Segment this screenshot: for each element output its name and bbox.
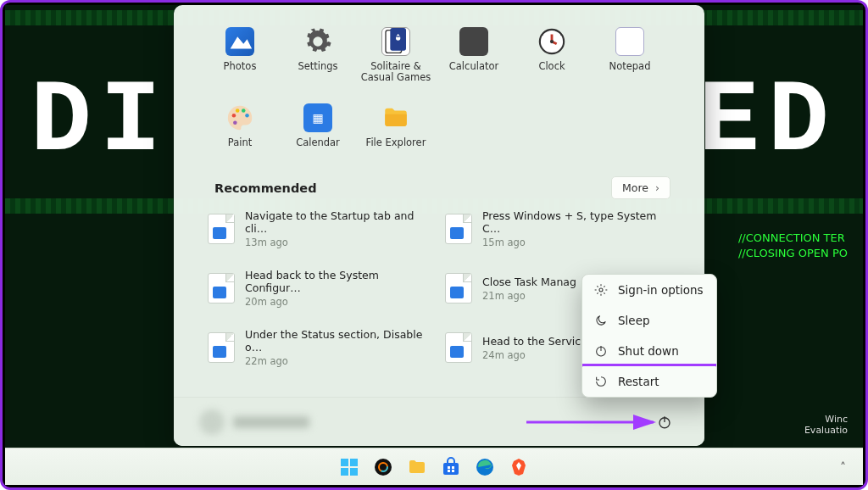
notepad-icon [615,27,644,56]
wallpaper-text-left: DI [31,64,170,180]
pinned-section: Photos Settings Solitaire & Casual Games… [174,5,704,171]
photos-icon [225,27,254,56]
user-account-button[interactable] [199,409,309,435]
recommended-title: Recommended [214,181,317,195]
rec-title: Press Windows + S, type System C… [482,209,670,235]
rec-time: 22m ago [245,355,433,367]
rec-time: 20m ago [245,296,433,308]
wallpaper-line2: //CLOSING OPEN PO [738,246,848,261]
app-clock[interactable]: Clock [513,22,591,95]
solitaire-icon [381,27,410,56]
activation-watermark: Winc Evaluatio [804,414,848,436]
rec-title: Navigate to the Startup tab and cli… [245,209,433,235]
svg-point-12 [599,288,603,292]
shutdown-item[interactable]: Shut down [582,336,716,366]
app-label: Calendar [296,137,340,148]
paint-icon [225,103,254,132]
rec-title: Under the Status section, Disable o… [245,328,433,354]
app-notepad[interactable]: Notepad [591,22,669,95]
taskbar-explorer-button[interactable] [404,454,430,480]
taskbar-store-button[interactable] [438,454,464,480]
recommended-item[interactable]: Under the Status section, Disable o…22m … [206,326,435,369]
app-label: Calculator [449,61,498,72]
recommended-item[interactable]: Head back to the System Configur…20m ago [206,267,435,309]
svg-point-9 [233,120,237,125]
signin-options-item[interactable]: Sign-in options [582,275,716,305]
svg-point-7 [242,109,246,113]
svg-rect-18 [341,468,348,476]
avatar [199,409,225,435]
app-label: Clock [538,61,565,72]
app-calendar[interactable]: ▦ Calendar [279,98,357,171]
power-icon [657,415,672,430]
rec-time: 24m ago [482,349,581,361]
moon-icon [594,314,608,327]
svg-rect-25 [452,466,454,469]
menu-label: Sign-in options [618,283,704,297]
app-label: Solitaire & Casual Games [360,61,431,83]
restart-item[interactable]: Restart [581,364,717,398]
more-button[interactable]: More › [611,176,670,199]
taskbar-brave-button[interactable] [506,454,531,480]
svg-rect-26 [448,470,450,472]
rec-time: 21m ago [482,290,576,302]
app-label: File Explorer [366,137,426,148]
app-settings[interactable]: Settings [279,22,357,95]
wallpaper-console-text: //CONNECTION TER //CLOSING OPEN PO [738,231,848,261]
app-label: Photos [224,61,257,72]
recommended-item[interactable]: Press Windows + S, type System C…15m ago [443,208,672,250]
user-name-blurred [233,416,309,428]
svg-marker-0 [231,36,253,48]
app-label: Settings [298,61,337,72]
app-label: Paint [228,137,252,148]
calendar-icon: ▦ [303,103,332,132]
sleep-item[interactable]: Sleep [582,305,716,336]
taskbar-search-button[interactable] [370,454,396,480]
svg-rect-23 [443,463,459,475]
svg-point-20 [375,459,392,476]
doc-icon [208,214,235,244]
chevron-right-icon: › [655,181,659,194]
svg-rect-16 [341,459,348,466]
rec-time: 13m ago [245,237,433,248]
app-calculator[interactable]: Calculator [435,22,513,95]
wallpaper-line1: //CONNECTION TER [738,231,848,246]
taskbar-overflow-chevron[interactable]: ˄ [840,460,846,474]
taskbar-start-button[interactable] [337,454,362,480]
power-button[interactable] [650,408,679,437]
start-footer [174,397,704,446]
screenshot-root: DI ED //CONNECTION TER //CLOSING OPEN PO… [0,0,868,490]
app-file-explorer[interactable]: File Explorer [357,98,435,171]
power-menu: Sign-in options Sleep Shut down Restart [581,274,717,398]
doc-icon [208,273,235,303]
doc-icon [445,214,472,244]
clock-icon [537,27,566,56]
app-solitaire[interactable]: Solitaire & Casual Games [357,22,435,95]
recommended-header: Recommended More › [174,171,704,208]
rec-title: Head back to the System Configur… [245,269,433,294]
app-label: Notepad [609,61,651,72]
rec-title: Close Task Manag [482,276,576,288]
folder-icon [381,103,410,132]
power-icon [594,344,608,358]
settings-icon [303,27,332,56]
rec-title: Head to the Servic [482,335,581,348]
more-label: More [622,181,648,194]
svg-point-6 [236,109,240,113]
taskbar-edge-button[interactable] [472,454,498,480]
app-paint[interactable]: Paint [201,98,279,171]
restart-icon [594,375,608,388]
menu-label: Sleep [618,314,650,327]
svg-point-5 [232,114,236,118]
calculator-icon [459,27,488,56]
svg-rect-24 [448,466,450,469]
pinned-grid: Photos Settings Solitaire & Casual Games… [201,22,677,171]
svg-point-8 [245,114,249,118]
svg-rect-27 [452,470,454,472]
wallpaper-text-right: ED [698,64,837,180]
svg-point-4 [550,40,554,43]
gear-icon [594,283,608,297]
app-photos[interactable]: Photos [201,22,279,95]
svg-rect-19 [350,468,358,476]
recommended-item[interactable]: Navigate to the Startup tab and cli…13m … [206,208,435,250]
